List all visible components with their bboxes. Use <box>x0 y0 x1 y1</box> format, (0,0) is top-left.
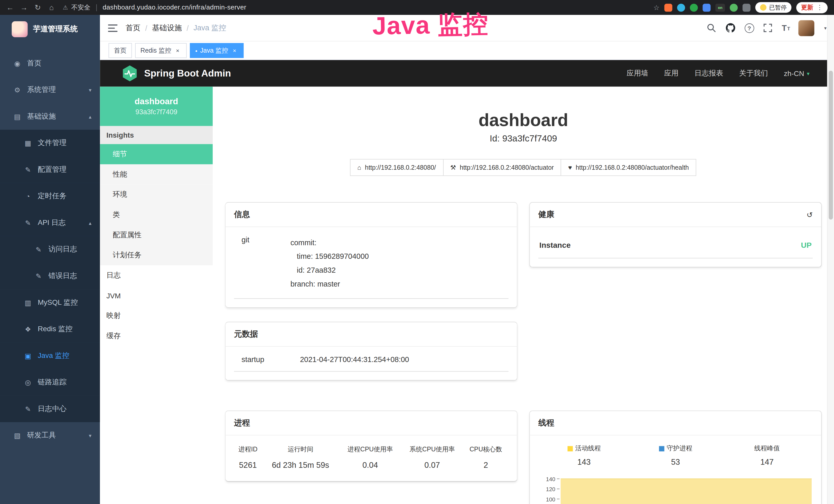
help-icon[interactable]: ? <box>745 23 754 32</box>
sba-item-classes[interactable]: 类 <box>100 205 213 225</box>
scrollbar-thumb[interactable] <box>829 71 833 220</box>
schedule-icon: ◔ <box>23 192 32 200</box>
browser-menu-icon[interactable]: ⋮ <box>816 4 823 11</box>
extension-grid-icon[interactable] <box>703 3 711 11</box>
link-health[interactable]: ♥ http://192.168.0.2:48080/actuator/heal… <box>561 159 696 176</box>
sba-item-environment[interactable]: 环境 <box>100 185 213 205</box>
sidebar-item-infrastructure[interactable]: ▤ 基础设施 ▴ <box>0 103 100 130</box>
threads-card-body: 活动线程 143 守护进程 <box>530 435 821 504</box>
tab-home[interactable]: 首页 <box>108 43 132 58</box>
sidebar-item-log-center[interactable]: ✎ 日志中心 <box>0 396 100 422</box>
extension-green-icon[interactable] <box>690 3 698 11</box>
user-avatar[interactable] <box>798 20 814 36</box>
sidebar-item-label: 配置管理 <box>38 165 67 174</box>
sba-nav-journal[interactable]: 日志报表 <box>695 69 723 78</box>
forward-icon[interactable]: → <box>18 3 30 12</box>
sidebar-item-home[interactable]: ◉ 首页 <box>0 50 100 77</box>
sba-brand[interactable]: Spring Boot Admin <box>121 65 231 82</box>
sba-app-block[interactable]: dashboard 93a3fc7f7409 <box>100 87 213 126</box>
sidebar-item-label: Java 监控 <box>38 351 69 361</box>
extensions-puzzle-icon[interactable] <box>743 3 750 11</box>
sidebar-item-system-mgmt[interactable]: ⚙ 系统管理 ▾ <box>0 76 100 103</box>
browser-home-icon[interactable]: ⌂ <box>46 3 58 12</box>
table-header-row: 进程ID 运行时间 进程CPU使用率 系统CPU使用率 CPU核心数 <box>234 444 509 456</box>
sba-item-mappings[interactable]: 映射 <box>100 306 213 326</box>
sidebar-item-file-mgmt[interactable]: ▦ 文件管理 <box>0 130 100 156</box>
breadcrumb-current: Java 监控 <box>193 23 226 32</box>
sidebar-item-java-monitor[interactable]: ▣ Java 监控 <box>0 343 100 369</box>
link-actuator[interactable]: ⚒ http://192.168.0.2:48080/actuator <box>443 159 561 176</box>
tab-java-monitor[interactable]: ● Java 监控 × <box>190 43 243 58</box>
sba-nav-about[interactable]: 关于我们 <box>739 69 768 78</box>
update-button[interactable]: 更新 ⋮ <box>796 2 828 13</box>
sba-nav-applications[interactable]: 应用 <box>664 69 679 78</box>
link-base-url[interactable]: ⌂ http://192.168.0.2:48080/ <box>350 159 443 176</box>
sidebar-item-label: 基础设施 <box>27 112 56 121</box>
sidebar-item-access-logs[interactable]: ✎ 访问日志 <box>0 236 100 263</box>
health-card-cell: 健康 ↺ Instance UP <box>530 203 821 267</box>
sba-item-caches[interactable]: 缓存 <box>100 326 213 346</box>
hamburger-icon[interactable] <box>107 23 118 33</box>
link-label: http://192.168.0.2:48080/actuator/health <box>576 164 689 171</box>
sba-navbar: Spring Boot Admin 应用墙 应用 日志报表 关于我们 zh-CN… <box>100 60 834 87</box>
search-icon[interactable] <box>706 23 717 33</box>
process-card-cell: 进程 进程ID 运行时间 进程CPU使用率 <box>225 411 517 481</box>
sidebar-item-error-logs[interactable]: ✎ 错误日志 <box>0 263 100 289</box>
github-icon[interactable] <box>725 23 736 33</box>
sba-nav-wallboard[interactable]: 应用墙 <box>627 69 648 78</box>
extension-leaf-icon[interactable] <box>730 3 738 11</box>
sidebar-item-scheduled-jobs[interactable]: ◔ 定时任务 <box>0 183 100 209</box>
sba-item-details[interactable]: 细节 <box>100 144 213 164</box>
tab-label: Redis 监控 <box>140 46 171 55</box>
sidebar-item-mysql-monitor[interactable]: ▥ MySQL 监控 <box>0 289 100 316</box>
sba-item-scheduled-tasks[interactable]: 计划任务 <box>100 245 213 266</box>
scrollbar[interactable] <box>827 15 834 504</box>
paused-badge[interactable]: 已暂停 <box>755 2 792 13</box>
sba-item-jvm[interactable]: JVM <box>100 285 213 306</box>
fullscreen-icon[interactable] <box>763 23 773 33</box>
extension-fox-icon[interactable] <box>664 3 672 11</box>
sidebar-item-redis-monitor[interactable]: ❖ Redis 监控 <box>0 316 100 343</box>
sidebar-item-label: 首页 <box>27 59 42 68</box>
legend-label: 活动线程 <box>575 444 601 453</box>
back-icon[interactable]: ← <box>4 3 16 12</box>
sba-item-logs[interactable]: 日志 <box>100 265 213 285</box>
item-label: 日志 <box>106 271 121 280</box>
cell-uptime: 6d 23h 15m 59s <box>262 456 339 473</box>
sidebar-item-tracing[interactable]: ◎ 链路追踪 <box>0 369 100 396</box>
close-icon[interactable]: × <box>231 47 238 54</box>
legend-label: 线程峰值 <box>754 444 780 453</box>
sba-nav-menu: 应用墙 应用 日志报表 关于我们 zh-CN ▾ <box>627 69 810 78</box>
breadcrumb-separator: / <box>145 24 147 32</box>
row-label: git <box>234 235 290 291</box>
history-icon[interactable]: ↺ <box>807 210 813 219</box>
screen: ← → ↻ ⌂ ⚠ 不安全 dashboard.yudao.iocoder.cn… <box>0 0 834 504</box>
sidebar-item-label: 错误日志 <box>48 271 77 281</box>
row-value: 2021-04-27T00:44:31.254+08:00 <box>300 355 409 364</box>
sidebar-item-dev-tools[interactable]: ▧ 研发工具 ▾ <box>0 422 100 449</box>
tags-bar: 首页 Redis 监控 × ● Java 监控 × <box>100 42 834 60</box>
tab-redis-monitor[interactable]: Redis 监控 × <box>135 43 187 58</box>
url-text[interactable]: dashboard.yudao.iocoder.cn/infra/admin-s… <box>103 4 246 11</box>
paused-label: 已暂停 <box>769 3 787 11</box>
extension-drop-icon[interactable] <box>677 3 685 11</box>
breadcrumb-home[interactable]: 首页 <box>126 23 140 32</box>
sba-item-config-props[interactable]: 配置属性 <box>100 225 213 245</box>
address-bar[interactable]: ⚠ 不安全 dashboard.yudao.iocoder.cn/infra/a… <box>63 3 651 12</box>
chevron-up-icon: ▴ <box>89 113 91 119</box>
close-icon[interactable]: × <box>174 47 181 54</box>
app-logo-row[interactable]: 芋道管理系统 <box>0 15 100 44</box>
extension-on-badge[interactable]: on <box>715 3 725 11</box>
avatar-caret-icon[interactable]: ▾ <box>824 25 827 30</box>
reload-icon[interactable]: ↻ <box>32 3 44 12</box>
sidebar-item-api-logs[interactable]: ✎ API 日志 ▴ <box>0 209 100 236</box>
breadcrumb-infrastructure[interactable]: 基础设施 <box>152 23 182 32</box>
update-label: 更新 <box>801 3 813 11</box>
sba-item-performance[interactable]: 性能 <box>100 164 213 185</box>
font-size-icon[interactable]: T T <box>782 24 790 32</box>
legend-live-threads: 活动线程 143 <box>539 444 630 466</box>
bookmark-star-icon[interactable]: ☆ <box>654 3 660 11</box>
security-label[interactable]: 不安全 <box>71 3 90 12</box>
sba-locale-select[interactable]: zh-CN ▾ <box>784 69 810 77</box>
sidebar-item-config-mgmt[interactable]: ✎ 配置管理 <box>0 156 100 183</box>
